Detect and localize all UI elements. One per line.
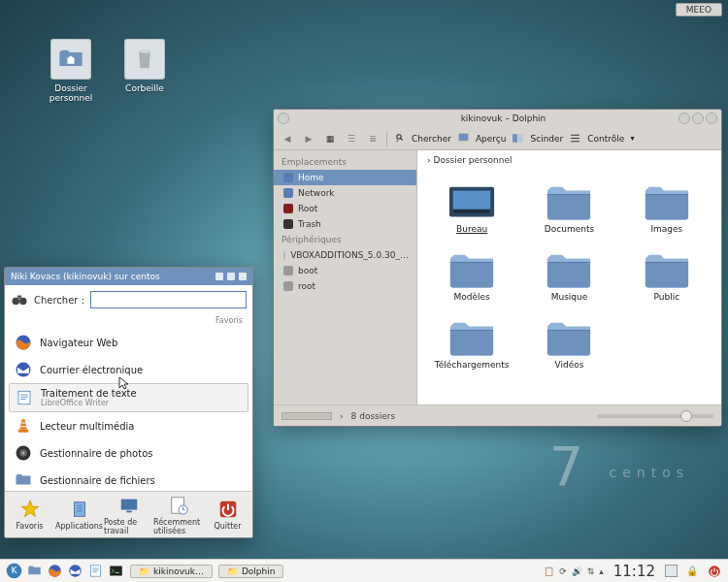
- devices-header: Périphériques: [274, 232, 416, 247]
- menu-item-firefox[interactable]: Navigateur Web: [5, 329, 252, 356]
- recent-icon: [168, 495, 189, 516]
- device-vbox[interactable]: VBOXADDITIONS_5.0.30_…: [274, 247, 416, 263]
- folder-home-icon: [57, 46, 84, 73]
- screenshot-credit: MEEO: [676, 3, 722, 16]
- pager[interactable]: [665, 565, 678, 577]
- place-trash[interactable]: Trash: [274, 216, 416, 232]
- lock-icon[interactable]: 🔒: [683, 563, 700, 579]
- desktop-icon-trash[interactable]: Corbeille: [115, 39, 175, 93]
- place-root[interactable]: Root: [274, 201, 416, 216]
- menu-item-dolphin[interactable]: Gestionnaire de fichiers: [5, 467, 252, 491]
- tray-updates-icon[interactable]: ⟳: [559, 566, 567, 576]
- places-panel: Emplacements Home Network Root Trash Pér…: [274, 150, 417, 404]
- folder-documents[interactable]: Documents: [524, 181, 613, 234]
- statusbar: › 8 dossiers: [274, 404, 721, 426]
- toolbar-control[interactable]: Contrôle: [587, 134, 624, 144]
- toolbar-find[interactable]: Chercher: [412, 134, 451, 144]
- svg-rect-2: [459, 134, 469, 142]
- desktop-icon-home[interactable]: Dossier personnel: [41, 39, 101, 103]
- window-menu-icon[interactable]: [278, 113, 289, 124]
- task-dolphin-home[interactable]: 📁kikinovuk…: [130, 565, 213, 578]
- firefox-icon: [15, 334, 32, 351]
- folder-musique[interactable]: Musique: [524, 249, 613, 302]
- preview-icon: [457, 132, 470, 145]
- writer-icon: [16, 389, 33, 406]
- folder-images[interactable]: Images: [622, 181, 711, 234]
- tab-recent[interactable]: Récemment utilisées: [153, 492, 203, 537]
- svg-rect-10: [17, 296, 22, 300]
- kde-icon: K: [6, 563, 22, 579]
- zoom-slider[interactable]: [597, 414, 713, 418]
- star-icon: [19, 499, 41, 520]
- launcher-writer[interactable]: [87, 563, 104, 579]
- folder-public[interactable]: Public: [622, 249, 711, 302]
- folder-label: Images: [622, 224, 711, 234]
- places-header: Emplacements: [274, 154, 416, 170]
- clock[interactable]: 11:12: [613, 563, 655, 580]
- launcher-terminal[interactable]: [108, 563, 124, 579]
- trash-icon: [131, 46, 158, 73]
- kickoff-header: Niki Kovacs (kikinovuk) sur centos: [5, 268, 252, 285]
- view-details-icon[interactable]: ≣: [365, 131, 381, 146]
- close-icon[interactable]: [706, 113, 717, 124]
- cursor-icon: [118, 376, 130, 390]
- menu-item-photomgr[interactable]: Gestionnaire de photos: [5, 439, 252, 467]
- tab-star[interactable]: Favoris: [5, 492, 54, 537]
- forward-icon[interactable]: ▶: [301, 131, 316, 146]
- logout-icon[interactable]: [706, 563, 722, 579]
- menu-item-vlc[interactable]: Lecteur multimédia: [5, 412, 252, 439]
- view-compact-icon[interactable]: ☰: [344, 131, 359, 146]
- folder-bureau[interactable]: Bureau: [427, 181, 516, 234]
- launcher-firefox[interactable]: [47, 563, 63, 579]
- status-text: 8 dossiers: [351, 411, 396, 421]
- scrollbar[interactable]: [281, 412, 332, 420]
- svg-rect-4: [519, 134, 524, 143]
- folder-téléchargements[interactable]: Téléchargements: [427, 317, 516, 370]
- dolphin-window: kikinovuk – Dolphin ◀ ▶ ▦ ☰ ≣ Chercher A…: [273, 109, 722, 427]
- task-dolphin[interactable]: 📁Dolphin: [218, 565, 284, 578]
- tab-power[interactable]: Quitter: [203, 492, 252, 537]
- tab-computer[interactable]: Poste de travail: [104, 492, 153, 537]
- device-boot[interactable]: boot: [274, 263, 416, 278]
- folder-label: Musique: [524, 292, 613, 302]
- toolbar-preview[interactable]: Aperçu: [476, 134, 507, 144]
- tray-volume-icon[interactable]: 🔊: [572, 566, 582, 576]
- folder-label: Documents: [524, 224, 613, 234]
- desktop-icon-label: Dossier personnel: [50, 83, 93, 103]
- files-area: › Dossier personnel BureauDocumentsImage…: [417, 150, 721, 404]
- svg-rect-14: [18, 430, 29, 433]
- terminal-icon: [109, 564, 123, 578]
- tray-expand-icon[interactable]: ▴: [599, 566, 604, 576]
- apps-icon: [69, 499, 90, 520]
- folder-modèles[interactable]: Modèles: [427, 249, 516, 302]
- folder-label: Téléchargements: [427, 360, 516, 370]
- place-home[interactable]: Home: [274, 170, 416, 185]
- system-tray: 📋 ⟳ 🔊 ⇅ ▴: [544, 566, 604, 576]
- firefox-icon: [48, 564, 62, 578]
- power-icon: [217, 499, 239, 520]
- toolbar: ◀ ▶ ▦ ☰ ≣ Chercher Aperçu Scinder Contrô…: [274, 127, 721, 150]
- thunderbird-icon: [15, 361, 32, 378]
- back-icon[interactable]: ◀: [280, 131, 295, 146]
- maximize-icon[interactable]: [692, 113, 704, 124]
- folder-vidéos[interactable]: Vidéos: [524, 317, 613, 370]
- svg-rect-32: [91, 566, 101, 576]
- svg-text:K: K: [11, 565, 17, 575]
- titlebar[interactable]: kikinovuk – Dolphin: [274, 110, 721, 127]
- tray-clipboard-icon[interactable]: 📋: [544, 566, 554, 576]
- tray-network-icon[interactable]: ⇅: [587, 566, 595, 576]
- search-input[interactable]: [90, 291, 247, 308]
- device-root[interactable]: root: [274, 278, 416, 294]
- photomgr-icon: [15, 444, 32, 462]
- minimize-icon[interactable]: [678, 113, 690, 124]
- tab-apps[interactable]: Applications: [54, 492, 104, 537]
- search-label: Chercher :: [34, 295, 84, 306]
- folder-label: Bureau: [427, 224, 516, 234]
- toolbar-split[interactable]: Scinder: [530, 134, 563, 144]
- place-network[interactable]: Network: [274, 185, 416, 201]
- launcher-kmenu[interactable]: K: [6, 563, 22, 579]
- breadcrumb[interactable]: › Dossier personnel: [417, 150, 721, 170]
- launcher-dolphin[interactable]: [26, 563, 43, 579]
- view-icons-icon[interactable]: ▦: [322, 131, 338, 146]
- launcher-thunderbird[interactable]: [67, 563, 83, 579]
